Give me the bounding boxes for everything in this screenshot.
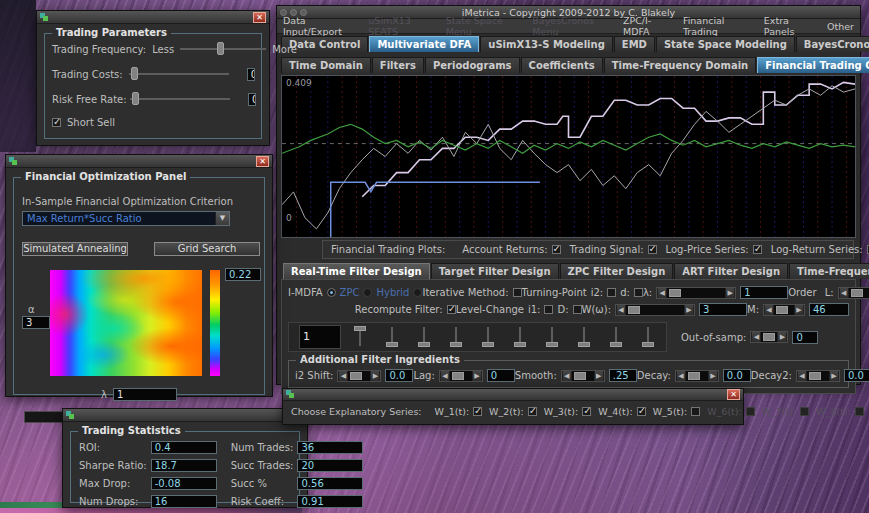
spinner-track[interactable]: [849, 288, 869, 298]
slider-thumb[interactable]: [482, 342, 494, 347]
spinner-value-field[interactable]: 0.0: [844, 369, 869, 382]
tab-periodograms[interactable]: Periodograms: [425, 57, 520, 73]
scrollbar-spinner[interactable]: ◀▶: [439, 370, 483, 382]
slider-thumb[interactable]: [132, 92, 139, 105]
title-bar[interactable]: ✕: [63, 409, 307, 422]
spinner-left-arrow-icon[interactable]: ◀: [440, 371, 450, 381]
close-icon[interactable]: ✕: [253, 12, 266, 23]
spinner-left-arrow-icon[interactable]: ◀: [616, 305, 626, 315]
spinner-track[interactable]: [572, 371, 594, 381]
coefficient-slider[interactable]: [353, 325, 368, 349]
checkbox[interactable]: [637, 407, 646, 416]
financial-trading-chart[interactable]: 0.409 0: [281, 75, 856, 238]
coefficient-slider[interactable]: [545, 325, 560, 349]
spinner-track[interactable]: [667, 288, 725, 298]
tab-time-frequency[interactable]: Time-Frequency: [789, 263, 869, 279]
spinner-left-arrow-icon[interactable]: ◀: [657, 288, 667, 298]
coefficient-slider[interactable]: [481, 325, 496, 349]
spinner-track[interactable]: [761, 332, 777, 342]
checkbox[interactable]: [648, 245, 657, 254]
spinner-right-arrow-icon[interactable]: ▶: [829, 371, 839, 381]
spinner-value-field[interactable]: 0.0: [723, 369, 751, 382]
alpha-value-field[interactable]: 3: [22, 316, 50, 329]
spinner-thumb[interactable]: [350, 372, 362, 380]
scrollbar-spinner[interactable]: ◀▶: [750, 331, 788, 343]
slider-thumb[interactable]: [578, 342, 590, 347]
tab-real-time-filter-design[interactable]: Real-Time Filter Design: [283, 263, 430, 279]
spinner-value-field[interactable]: 1: [740, 286, 788, 299]
spinner-thumb[interactable]: [628, 306, 640, 314]
scrollbar-spinner[interactable]: ◀▶: [763, 304, 805, 316]
coefficient-slider[interactable]: [641, 325, 656, 349]
spinner-thumb[interactable]: [669, 289, 681, 297]
spinner-thumb[interactable]: [763, 333, 775, 341]
trading-costs-field[interactable]: 0: [247, 68, 255, 81]
tab-emd[interactable]: EMD: [614, 36, 655, 52]
tab-target-filter-design[interactable]: Target Filter Design: [431, 263, 559, 279]
spinner-left-arrow-icon[interactable]: ◀: [338, 371, 348, 381]
lambda-value-field[interactable]: 1: [113, 388, 177, 401]
tab-bayescronos[interactable]: BayesCronos: [796, 36, 869, 52]
slider-thumb[interactable]: [386, 342, 398, 347]
spinner-thumb[interactable]: [574, 372, 586, 380]
checkbox[interactable]: [753, 245, 762, 254]
scrollbar-spinner[interactable]: ◀▶: [337, 370, 381, 382]
spinner-track[interactable]: [450, 371, 472, 381]
menu-item-financial-trading[interactable]: Financial Trading: [683, 15, 751, 37]
spinner-thumb[interactable]: [776, 306, 788, 314]
coefficient-slider[interactable]: [513, 325, 528, 349]
spinner-value-field[interactable]: 3: [699, 303, 747, 316]
checkbox[interactable]: [52, 118, 61, 127]
risk-free-rate-slider[interactable]: [130, 92, 230, 106]
tab-usimx13-s-modeling[interactable]: uSimX13-S Modeling: [480, 36, 613, 52]
slider-thumb[interactable]: [354, 326, 366, 331]
spinner-left-arrow-icon[interactable]: ◀: [562, 371, 572, 381]
spinner-thumb[interactable]: [452, 372, 464, 380]
grid-search-button[interactable]: Grid Search: [154, 242, 260, 256]
tab-time-frequency-domain[interactable]: Time-Frequency Domain: [604, 57, 757, 73]
scrollbar-spinner[interactable]: ◀▶: [675, 370, 719, 382]
coefficient-slider[interactable]: [609, 325, 624, 349]
slider-thumb[interactable]: [546, 342, 558, 347]
spinner-left-arrow-icon[interactable]: ◀: [751, 332, 761, 342]
slider-thumb[interactable]: [450, 342, 462, 347]
spinner-track[interactable]: [626, 305, 684, 315]
tab-filters[interactable]: Filters: [372, 57, 424, 73]
radio-button[interactable]: [327, 288, 336, 297]
spinner-right-arrow-icon[interactable]: ▶: [708, 371, 718, 381]
checkbox[interactable]: [607, 288, 616, 297]
checkbox[interactable]: [513, 288, 522, 297]
spinner-value-field[interactable]: .25: [609, 369, 637, 382]
close-icon[interactable]: ✕: [727, 389, 740, 400]
checkbox[interactable]: [528, 407, 537, 416]
checkbox[interactable]: [473, 407, 482, 416]
chevron-down-icon[interactable]: ▼: [215, 212, 229, 225]
spinner-right-arrow-icon[interactable]: ▶: [370, 371, 380, 381]
slider-thumb[interactable]: [610, 342, 622, 347]
tab-zpc-filter-design[interactable]: ZPC Filter Design: [560, 263, 674, 279]
spinner-thumb[interactable]: [809, 372, 821, 380]
spinner-value-field[interactable]: 0.0: [385, 369, 413, 382]
spinner-right-arrow-icon[interactable]: ▶: [725, 288, 735, 298]
tab-multivariate-dfa[interactable]: Multivariate DFA: [369, 36, 479, 52]
tab-financial-trading-canvas[interactable]: Financial Trading Canvas: [757, 57, 869, 73]
tab-time-domain[interactable]: Time Domain: [281, 57, 371, 73]
checkbox[interactable]: [573, 305, 582, 314]
spinner-right-arrow-icon[interactable]: ▶: [794, 305, 804, 315]
title-bar[interactable]: ✕: [6, 155, 272, 168]
scrollbar-spinner[interactable]: ◀▶: [561, 370, 605, 382]
close-icon[interactable]: ✕: [256, 156, 269, 167]
menu-item-extra-panels[interactable]: Extra Panels: [764, 15, 814, 37]
spinner-right-arrow-icon[interactable]: ▶: [684, 305, 694, 315]
spinner-thumb[interactable]: [851, 289, 863, 297]
spinner-value-field[interactable]: 0: [487, 369, 515, 382]
checkbox[interactable]: [691, 407, 700, 416]
scrollbar-spinner[interactable]: ◀▶: [656, 287, 736, 299]
checkbox[interactable]: [552, 245, 561, 254]
spinner-left-arrow-icon[interactable]: ◀: [764, 305, 774, 315]
tab-state-space-modeling[interactable]: State Space Modeling: [656, 36, 795, 52]
spinner-value-field[interactable]: 0: [792, 331, 818, 344]
scrollbar-spinner[interactable]: ◀▶: [838, 287, 869, 299]
checkbox[interactable]: [634, 288, 643, 297]
scrollbar-spinner[interactable]: ◀▶: [615, 304, 695, 316]
